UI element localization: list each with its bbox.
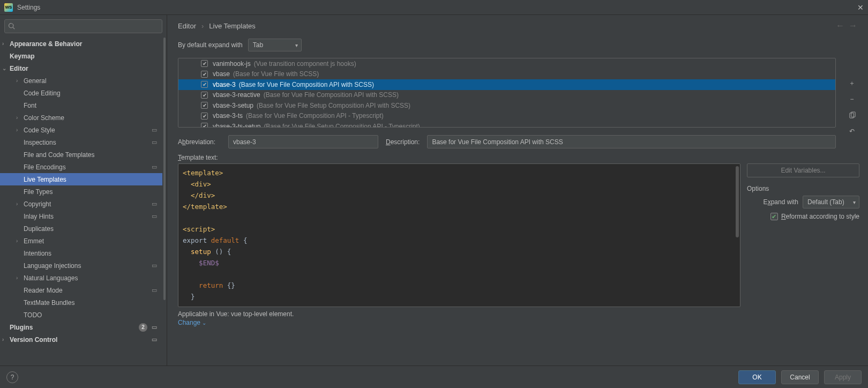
sidebar-item-code-style[interactable]: ›Code Style▭ xyxy=(0,124,162,136)
main-panel: Editor › Live Templates ← → By default e… xyxy=(167,15,868,365)
remove-template-icon[interactable]: − xyxy=(845,93,858,106)
revert-template-icon[interactable]: ↶ xyxy=(845,125,858,138)
sidebar-item-inspections[interactable]: Inspections▭ xyxy=(0,136,162,148)
template-row-vbase-3-ts-setup[interactable]: ✔vbase-3-ts-setup (Base for Vue File Set… xyxy=(178,121,835,128)
change-context-link[interactable]: Change ⌄ xyxy=(178,319,206,326)
sidebar-item-appearance-behavior[interactable]: ›Appearance & Behavior xyxy=(0,38,162,50)
editor-scrollbar[interactable] xyxy=(736,166,739,237)
settings-tree: ›Appearance & BehaviorKeymap⌄Editor›Gene… xyxy=(0,38,167,365)
sidebar-item-label: File and Code Templates xyxy=(24,151,95,159)
ok-button[interactable]: OK xyxy=(738,370,776,384)
template-desc: (Base for Vue File with SCSS) xyxy=(233,70,319,78)
sidebar-item-copyright[interactable]: ›Copyright▭ xyxy=(0,198,162,210)
sidebar-item-editor[interactable]: ⌄Editor xyxy=(0,62,162,74)
search-input[interactable] xyxy=(4,19,162,33)
template-desc: (Base for Vue File Setup Composition API… xyxy=(257,102,410,109)
template-row-vbase-3-setup[interactable]: ✔vbase-3-setup (Base for Vue File Setup … xyxy=(178,100,835,111)
sidebar-item-keymap[interactable]: Keymap xyxy=(0,50,162,62)
window-title: Settings xyxy=(17,4,40,11)
sidebar-item-file-encodings[interactable]: File Encodings▭ xyxy=(0,161,162,173)
plugins-count-badge: 2 xyxy=(139,323,147,332)
project-scope-icon: ▭ xyxy=(152,139,157,146)
template-checkbox[interactable]: ✔ xyxy=(201,92,208,99)
sidebar-item-font[interactable]: Font xyxy=(0,99,162,111)
apply-button[interactable]: Apply xyxy=(824,370,862,384)
sidebar-item-label: Plugins xyxy=(10,324,33,331)
chevron-down-icon: ⌄ xyxy=(202,320,206,326)
template-name: vanimhook-js xyxy=(213,60,251,68)
template-checkbox[interactable]: ✔ xyxy=(201,81,208,88)
chevron-icon: › xyxy=(16,78,23,84)
sidebar-item-file-and-code-templates[interactable]: File and Code Templates xyxy=(0,148,162,161)
sidebar-scrollbar[interactable] xyxy=(163,38,166,300)
template-desc: (Vue transition component js hooks) xyxy=(254,60,356,68)
template-name: vbase-3-reactive xyxy=(213,91,260,99)
template-checkbox[interactable]: ✔ xyxy=(201,60,208,67)
nav-back-icon[interactable]: ← xyxy=(836,21,844,31)
sidebar-item-label: Code Editing xyxy=(24,89,61,97)
expand-select[interactable]: Tab xyxy=(248,39,302,51)
code-line: <script> xyxy=(183,223,736,235)
chevron-icon: › xyxy=(16,127,23,133)
template-checkbox[interactable]: ✔ xyxy=(201,102,208,109)
sidebar-item-general[interactable]: ›General xyxy=(0,74,162,87)
add-template-icon[interactable]: ＋ xyxy=(845,77,858,89)
template-checkbox[interactable]: ✔ xyxy=(201,71,208,78)
code-line: return {} xyxy=(183,280,736,291)
sidebar-item-duplicates[interactable]: Duplicates xyxy=(0,222,162,235)
template-checkbox[interactable]: ✔ xyxy=(201,123,208,128)
template-row-vbase-3-ts[interactable]: ✔vbase-3-ts (Base for Vue File Compositi… xyxy=(178,111,835,122)
template-name: vbase-3-ts xyxy=(213,112,243,120)
sidebar-item-intentions[interactable]: Intentions xyxy=(0,247,162,259)
sidebar-item-reader-mode[interactable]: Reader Mode▭ xyxy=(0,284,162,296)
sidebar-item-label: Emmet xyxy=(24,237,44,245)
abbreviation-input[interactable]: vbase-3 xyxy=(228,135,378,148)
template-editor[interactable]: <template> <div> </div></template> <scri… xyxy=(178,163,740,307)
cancel-button[interactable]: Cancel xyxy=(781,370,819,384)
expand-with-select[interactable]: Default (Tab) xyxy=(803,196,859,208)
sidebar-item-label: Appearance & Behavior xyxy=(10,40,82,48)
close-icon[interactable]: ✕ xyxy=(857,3,864,12)
sidebar-item-emmet[interactable]: ›Emmet xyxy=(0,235,162,247)
sidebar-item-code-editing[interactable]: Code Editing xyxy=(0,87,162,99)
sidebar-item-todo[interactable]: TODO xyxy=(0,309,162,321)
code-line: </div> xyxy=(183,190,736,201)
help-icon[interactable]: ? xyxy=(6,371,18,383)
template-row-vbase-3[interactable]: ✔vbase-3 (Base for Vue File Composition … xyxy=(178,79,835,90)
sidebar-item-textmate-bundles[interactable]: TextMate Bundles xyxy=(0,296,162,309)
description-input[interactable]: Base for Vue File Composition API with S… xyxy=(427,135,836,148)
sidebar-item-language-injections[interactable]: Language Injections▭ xyxy=(0,259,162,272)
sidebar-item-label: Font xyxy=(24,102,36,109)
applicable-text: Applicable in Vue: vue top-level element… xyxy=(178,310,294,318)
nav-forward-icon[interactable]: → xyxy=(849,21,857,31)
template-row-vbase-3-reactive[interactable]: ✔vbase-3-reactive (Base for Vue File Com… xyxy=(178,90,835,101)
sidebar-item-file-types[interactable]: File Types xyxy=(0,185,162,198)
reformat-checkbox[interactable]: ✔ xyxy=(770,213,778,220)
duplicate-template-icon[interactable] xyxy=(845,109,858,122)
options-label: Options xyxy=(747,185,859,192)
sidebar-item-label: Code Style xyxy=(24,126,55,134)
expand-with-value: Default (Tab) xyxy=(807,198,844,206)
chevron-icon: › xyxy=(16,275,23,281)
breadcrumb-current: Live Templates xyxy=(209,22,255,30)
template-row-vanimhook-js[interactable]: ✔vanimhook-js (Vue transition component … xyxy=(178,58,835,69)
project-scope-icon: ▭ xyxy=(152,262,157,269)
sidebar-item-label: File Types xyxy=(24,188,53,196)
template-desc: (Base for Vue File Composition API with … xyxy=(264,91,399,99)
breadcrumb: Editor › Live Templates ← → xyxy=(167,15,868,36)
sidebar-item-live-templates[interactable]: Live Templates xyxy=(0,173,162,185)
template-name: vbase xyxy=(213,70,230,78)
breadcrumb-root[interactable]: Editor xyxy=(178,22,196,30)
expand-with-label: Expand with xyxy=(764,198,798,206)
chevron-icon: › xyxy=(2,337,9,342)
template-checkbox[interactable]: ✔ xyxy=(201,113,208,120)
sidebar-item-natural-languages[interactable]: ›Natural Languages xyxy=(0,272,162,284)
template-row-vbase[interactable]: ✔vbase (Base for Vue File with SCSS) xyxy=(178,69,835,80)
sidebar-item-color-scheme[interactable]: ›Color Scheme xyxy=(0,111,162,124)
sidebar-item-inlay-hints[interactable]: Inlay Hints▭ xyxy=(0,210,162,222)
sidebar-item-plugins[interactable]: Plugins2▭ xyxy=(0,321,162,333)
sidebar-item-label: Inlay Hints xyxy=(24,213,54,220)
edit-variables-button[interactable]: Edit Variables... xyxy=(747,163,859,177)
sidebar-item-version-control[interactable]: ›Version Control▭ xyxy=(0,333,162,346)
code-line: } xyxy=(183,291,736,302)
